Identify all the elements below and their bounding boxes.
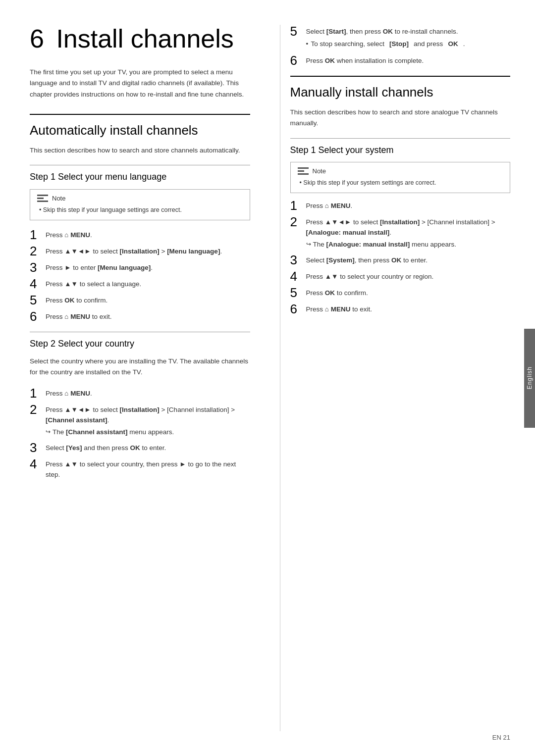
list-item: To stop searching, select [Stop] and pre… [306, 39, 511, 50]
note-icon-2 [298, 167, 309, 175]
list-item: 1 Press ⌂ MENU. [290, 199, 511, 212]
note-label-2: Note [313, 167, 326, 175]
chapter-intro: The first time you set up your TV, you a… [30, 67, 250, 100]
right-column: 5 Select [Start], then press OK to re-in… [280, 25, 511, 731]
content-area: 6 Install channels The first time you se… [0, 0, 535, 756]
note-icon-1 [37, 195, 48, 202]
language-tab: English [524, 329, 535, 428]
page-footer: EN 21 [492, 734, 510, 741]
list-item: 6 Press ⌂ MENU to exit. [30, 310, 250, 323]
sub-bullets: To stop searching, select [Stop] and pre… [306, 39, 511, 50]
chapter-title: Install channels [56, 24, 233, 53]
list-item: 3 Press ► to enter [Menu language]. [30, 261, 250, 274]
list-item: 6 Press OK when installation is complete… [290, 54, 511, 67]
note-label-1: Note [52, 195, 65, 202]
note-text-2: • Skip this step if your system settings… [298, 178, 503, 188]
chapter-number: 6 [30, 24, 44, 53]
right-top-list: 5 Select [Start], then press OK to re-in… [290, 25, 511, 67]
list-item: 4 Press ▲▼ to select your country, then … [30, 457, 250, 480]
side-tab-label: English [526, 366, 533, 389]
auto-section-heading: Automatically install channels [30, 123, 250, 138]
arrow-item: The [Analogue: manual install] menu appe… [306, 240, 511, 250]
arrow-item: The [Channel assistant] menu appears. [46, 427, 250, 438]
step1-auto-divider [30, 165, 250, 165]
note-box-1: Note • Skip this step if your language s… [30, 189, 250, 220]
manual-section-divider [290, 76, 511, 77]
step2-auto-divider [30, 332, 250, 332]
list-item: 2 Press ▲▼◄► to select [Installation] > … [30, 245, 250, 257]
step1-manual-list: 1 Press ⌂ MENU. 2 Press ▲▼◄► to select [… [290, 199, 511, 315]
step1-manual-heading: Step 1 Select your system [290, 145, 511, 156]
list-item: 1 Press ⌂ MENU. [30, 228, 250, 241]
auto-section-intro: This section describes how to search and… [30, 145, 250, 156]
page: English 6 Install channels The first tim… [0, 0, 535, 756]
footer-text: EN 21 [492, 734, 510, 741]
list-item: 3 Select [Yes] and then press OK to ente… [30, 441, 250, 454]
left-column: 6 Install channels The first time you se… [30, 25, 260, 731]
step2-auto-heading: Step 2 Select your country [30, 338, 250, 350]
list-item: 2 Press ▲▼◄► to select [Installation] > … [290, 215, 511, 250]
step1-manual-divider [290, 138, 511, 139]
note-box-2: Note • Skip this step if your system set… [290, 162, 511, 193]
list-item: 1 Press ⌂ MENU. [30, 387, 250, 400]
auto-section-divider [30, 114, 250, 115]
list-item: 4 Press ▲▼ to select a language. [30, 277, 250, 290]
step2-auto-list: 1 Press ⌂ MENU. 2 Press ▲▼◄► to select [… [30, 387, 250, 480]
list-item: 5 Select [Start], then press OK to re-in… [290, 25, 511, 50]
step1-auto-heading: Step 1 Select your menu language [30, 171, 250, 183]
note-text-1: • Skip this step if your language settin… [37, 205, 243, 215]
list-item: 6 Press ⌂ MENU to exit. [290, 302, 511, 315]
note-header-1: Note [37, 195, 243, 202]
chapter-heading: 6 Install channels [30, 25, 250, 53]
step2-intro: Select the country where you are install… [30, 356, 250, 378]
step1-auto-list: 1 Press ⌂ MENU. 2 Press ▲▼◄► to select [… [30, 228, 250, 323]
list-item: 2 Press ▲▼◄► to select [Installation] > … [30, 403, 250, 438]
note-header-2: Note [298, 167, 503, 175]
list-item: 5 Press OK to confirm. [290, 286, 511, 299]
list-item: 5 Press OK to confirm. [30, 294, 250, 306]
manual-section-heading: Manually install channels [290, 85, 511, 100]
manual-section-intro: This section describes how to search and… [290, 107, 511, 129]
list-item: 4 Press ▲▼ to select your country or reg… [290, 270, 511, 283]
list-item: 3 Select [System], then press OK to ente… [290, 253, 511, 266]
